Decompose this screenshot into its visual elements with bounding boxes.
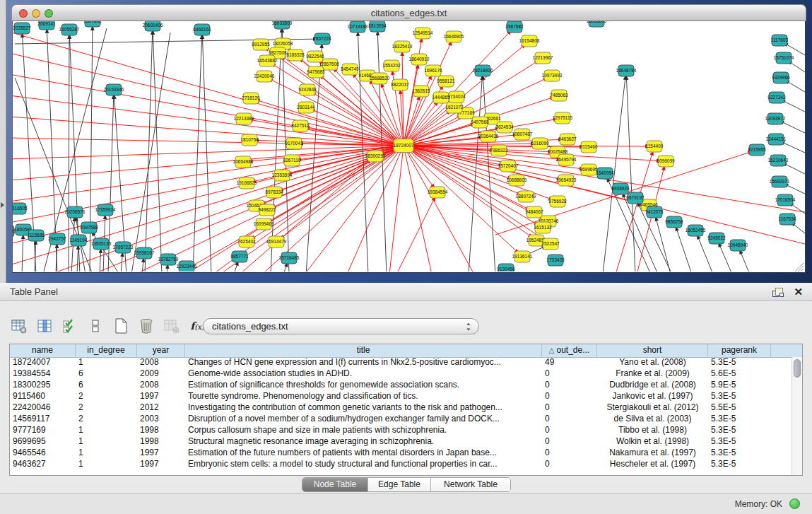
table-cell[interactable]: 18300295 xyxy=(10,380,76,391)
row-height-icon[interactable] xyxy=(86,317,105,335)
table-cell[interactable]: Changes of HCN gene expression and I(f) … xyxy=(185,357,542,368)
graph-edge[interactable] xyxy=(282,33,289,271)
table-cell[interactable]: Disruption of a novel member of a sodium… xyxy=(185,414,542,425)
scrollbar-thumb[interactable] xyxy=(794,359,801,378)
graph-edge[interactable] xyxy=(153,35,162,271)
graph-edge[interactable] xyxy=(193,39,202,271)
table-cell[interactable]: 1 xyxy=(76,436,137,448)
graph-edge[interactable] xyxy=(271,33,281,271)
table-cell[interactable]: Dudbridge et al. (2008) xyxy=(597,380,708,391)
table-row[interactable]: 969969511998Structural magnetic resonanc… xyxy=(10,436,791,448)
table-row[interactable]: 1456911722003Disruption of a novel membe… xyxy=(10,414,791,425)
table-cell[interactable]: 19384554 xyxy=(10,368,76,380)
column-header-name[interactable]: name xyxy=(10,344,76,357)
resize-grip-icon[interactable] xyxy=(801,269,804,271)
table-cell[interactable]: 5.9E-5 xyxy=(708,380,771,391)
table-cell[interactable]: 6 xyxy=(76,380,137,391)
table-cell[interactable]: Tibbo et al. (1998) xyxy=(597,425,708,436)
graph-edge[interactable] xyxy=(404,146,432,271)
table-cell[interactable]: Tourette syndrome. Phenomenology and cla… xyxy=(185,391,542,402)
tab-network-table[interactable]: Network Table xyxy=(431,478,510,491)
table-cell[interactable]: Nakamura et al. (1997) xyxy=(597,448,708,459)
float-window-icon[interactable] xyxy=(772,287,784,297)
graph-edge[interactable] xyxy=(793,205,805,214)
table-cell[interactable]: 14569117 xyxy=(10,414,76,425)
column-header-pagerank[interactable]: pagerank xyxy=(708,344,771,357)
graph-edge[interactable] xyxy=(167,269,167,271)
graph-edge[interactable] xyxy=(784,123,805,133)
graph-edge[interactable] xyxy=(677,230,692,271)
table-cell[interactable]: 9699695 xyxy=(10,436,76,448)
table-cell[interactable]: 0 xyxy=(542,414,597,425)
graph-edge[interactable] xyxy=(13,146,404,265)
close-panel-icon[interactable]: ✕ xyxy=(794,285,803,299)
graph-edge[interactable] xyxy=(314,111,404,146)
graph-edge[interactable] xyxy=(787,165,805,174)
graph-edge[interactable] xyxy=(13,95,404,146)
table-cell[interactable]: 1997 xyxy=(137,448,185,459)
table-cell[interactable]: Hescheler et al. (1997) xyxy=(597,459,708,470)
graph-edge[interactable] xyxy=(283,267,286,271)
table-cell[interactable]: Stergiakouli et al. (2012) xyxy=(597,402,708,414)
citation-network-graph[interactable]: 1872400789129551822605898275081654388281… xyxy=(13,21,805,271)
graph-edge[interactable] xyxy=(121,257,122,271)
select-rows-icon[interactable] xyxy=(61,317,79,335)
column-header-out-de-[interactable]: △out_de... xyxy=(542,344,597,357)
window-titlebar[interactable]: citations_edges.txt xyxy=(11,4,806,21)
graph-edge[interactable] xyxy=(789,83,805,92)
table-cell[interactable]: de Silva et al. (2003) xyxy=(597,414,708,425)
graph-edge[interactable] xyxy=(234,265,237,271)
table-cell[interactable]: 2008 xyxy=(137,380,185,391)
table-cell[interactable]: 1998 xyxy=(137,425,185,436)
table-cell[interactable]: 0 xyxy=(542,368,597,380)
table-cell[interactable]: 1 xyxy=(76,459,137,470)
table-cell[interactable]: 18724007 xyxy=(10,357,76,368)
table-cell[interactable]: 5.3E-5 xyxy=(708,357,771,368)
table-cell[interactable]: 0 xyxy=(542,391,597,402)
graph-edge[interactable] xyxy=(13,32,404,146)
table-cell[interactable]: 9777169 xyxy=(10,425,76,436)
table-cell[interactable]: 9463627 xyxy=(10,459,76,470)
table-mode-icon[interactable] xyxy=(10,317,28,335)
table-cell[interactable]: 0 xyxy=(542,380,597,391)
graph-edge[interactable] xyxy=(396,201,433,271)
table-selector-dropdown[interactable]: citations_edges.txt ▲▼ xyxy=(203,318,479,334)
resize-grip-icon[interactable] xyxy=(798,266,804,271)
graph-edge[interactable] xyxy=(792,63,805,72)
table-cell[interactable]: 1 xyxy=(76,448,137,459)
table-cell[interactable]: 2003 xyxy=(137,414,185,425)
table-cell[interactable]: Franke et al. (2009) xyxy=(597,368,708,380)
table-row[interactable]: 946362711997Embryonic stem cells: a mode… xyxy=(10,459,791,470)
graph-edge[interactable] xyxy=(90,30,93,271)
table-row[interactable]: 1830029562008Estimation of significance … xyxy=(10,380,791,391)
table-cell[interactable]: Embryonic stem cells: a model to study s… xyxy=(185,459,542,470)
table-cell[interactable]: 5.6E-5 xyxy=(708,368,771,380)
table-cell[interactable]: 2 xyxy=(76,414,137,425)
table-cell[interactable]: 0 xyxy=(542,448,597,459)
column-header-short[interactable]: short xyxy=(597,344,708,357)
table-cell[interactable]: Estimation of the future numbers of pati… xyxy=(185,448,542,459)
table-cell[interactable]: 1 xyxy=(76,425,137,436)
graph-edge[interactable] xyxy=(77,250,78,271)
network-view-window[interactable]: citations_edges.txt 18724007891295518226… xyxy=(11,4,806,279)
new-table-icon[interactable] xyxy=(112,317,130,335)
table-cell[interactable]: 5.3E-5 xyxy=(708,425,771,436)
table-cell[interactable]: 6 xyxy=(76,368,137,380)
delete-table-icon[interactable] xyxy=(163,317,181,335)
graph-edge[interactable] xyxy=(627,80,635,271)
table-cell[interactable]: Estimation of significance thresholds fo… xyxy=(185,380,542,391)
column-header-in-degree[interactable]: in_degree xyxy=(76,344,137,357)
delete-rows-icon[interactable] xyxy=(137,317,155,335)
table-row[interactable]: 911546021997Tourette syndrome. Phenomeno… xyxy=(10,391,791,402)
graph-edge[interactable] xyxy=(784,143,805,153)
table-row[interactable]: 1872400712008Changes of HCN gene express… xyxy=(10,357,791,368)
table-cell[interactable]: 5.3E-5 xyxy=(708,391,771,402)
table-row[interactable]: 946554611997Estimation of the future num… xyxy=(10,448,791,459)
table-cell[interactable]: 5.5E-5 xyxy=(708,402,771,414)
table-cell[interactable]: Wolkin et al. (1998) xyxy=(597,436,708,448)
table-cell[interactable]: 5.3E-5 xyxy=(708,436,771,448)
graph-edge[interactable] xyxy=(404,146,474,271)
graph-edge[interactable] xyxy=(305,146,404,271)
table-row[interactable]: 2242004622012Investigating the contribut… xyxy=(10,402,791,414)
table-cell[interactable]: Investigating the contribution of common… xyxy=(185,402,542,414)
